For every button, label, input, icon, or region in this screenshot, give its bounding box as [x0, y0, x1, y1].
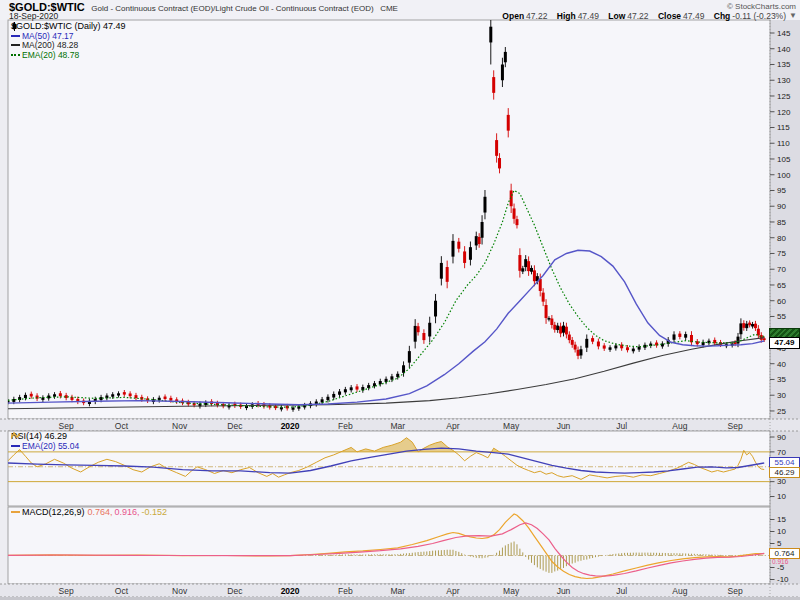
- candle-body: [539, 279, 542, 291]
- month-label: Sep: [728, 586, 743, 596]
- ema20-dotted-line-icon: [11, 54, 20, 56]
- candle-body: [495, 140, 498, 156]
- candle-body: [59, 393, 62, 396]
- candle-body: [739, 323, 742, 334]
- candle-body: [498, 158, 501, 168]
- month-label: 2020: [281, 586, 300, 596]
- macd-axis-label: 15: [777, 515, 786, 524]
- candle-body: [402, 365, 405, 373]
- candle-body: [577, 350, 580, 356]
- candle-body: [518, 255, 521, 271]
- candle-body: [507, 115, 510, 131]
- exchange-label: CME: [380, 4, 398, 13]
- month-label: Jun: [557, 586, 571, 596]
- y-axis-label: 145: [777, 29, 791, 38]
- y-axis-label: 70: [777, 265, 786, 274]
- candle-body: [338, 391, 341, 394]
- candle-body: [745, 324, 748, 328]
- candle-body: [332, 394, 335, 398]
- candle-body: [513, 208, 516, 218]
- month-label: Oct: [115, 421, 129, 431]
- candle-body: [684, 334, 687, 338]
- candle-body: [568, 335, 571, 341]
- month-label: Jun: [557, 421, 571, 431]
- candle-body: [379, 381, 382, 384]
- candle-body: [356, 386, 359, 389]
- legend-rsi-ema: EMA(20) 55.04: [11, 442, 79, 452]
- macd-line-icon: [11, 511, 20, 513]
- candle-body: [422, 333, 425, 340]
- candle-body: [574, 345, 577, 350]
- y-axis-label: 100: [777, 171, 791, 180]
- month-label: Dec: [227, 421, 243, 431]
- rsi-zigzag-icon: [11, 432, 20, 440]
- candle-body: [673, 334, 676, 339]
- candle-body: [751, 324, 754, 326]
- close-value: 47.49: [683, 11, 704, 21]
- candle-body: [417, 326, 420, 332]
- month-label: Feb: [338, 421, 353, 431]
- candle-body: [24, 395, 27, 398]
- candle-body: [603, 345, 606, 348]
- y-axis-label: 110: [777, 139, 790, 148]
- y-axis-label: 120: [777, 108, 791, 117]
- legend-symbol-text: $GOLD:$WTIC (Daily) 47.49: [11, 21, 126, 31]
- y-axis-label: 25: [777, 407, 786, 416]
- rsi-ema-line-icon: [11, 445, 20, 447]
- rsi-legend: RSI(14) 46.29 EMA(20) 55.04: [11, 432, 79, 451]
- month-label: Mar: [390, 586, 405, 596]
- y-axis-label: 30: [777, 391, 786, 400]
- candle-body: [440, 263, 443, 279]
- candle-body: [408, 351, 411, 362]
- month-label: Mar: [390, 421, 405, 431]
- month-label: Feb: [338, 586, 353, 596]
- header: $GOLD:$WTIC Gold - Continuous Contract (…: [9, 1, 398, 13]
- candle-body: [350, 387, 353, 390]
- candle-body: [527, 261, 530, 271]
- candle-body: [763, 338, 766, 340]
- ohlc-row: Open47.22 High47.49 Low47.22 Close47.49 …: [495, 11, 786, 21]
- candle-body: [390, 376, 393, 379]
- candle-body: [292, 407, 295, 409]
- macd-axis-label: -10: [777, 575, 789, 584]
- candle-body: [553, 325, 556, 330]
- chart-date: 18-Sep-2020: [9, 11, 58, 21]
- macd-value-3: -0.152: [142, 507, 168, 517]
- open-value: 47.22: [526, 11, 547, 21]
- candle-body: [742, 323, 745, 328]
- legend-rsi-ema-text: EMA(20) 55.04: [22, 441, 79, 451]
- y-axis-label: 60: [777, 297, 786, 306]
- candle-body: [521, 268, 524, 271]
- high-label: High: [557, 11, 576, 21]
- candle-body: [501, 64, 504, 80]
- month-label: Dec: [227, 586, 243, 596]
- candle-body: [164, 397, 167, 399]
- candle-body: [117, 393, 120, 395]
- chg-label: Chg: [714, 11, 731, 21]
- candle-body: [414, 326, 417, 342]
- candle-body: [678, 334, 681, 337]
- y-axis-label: 55: [777, 312, 786, 321]
- candle-body: [626, 347, 629, 350]
- candle-body: [579, 349, 582, 355]
- candle-body: [632, 349, 635, 352]
- rsi-value-tag: 46.29: [769, 467, 800, 478]
- y-axis-label: 75: [777, 249, 786, 258]
- chevron-down-icon[interactable]: ▼: [789, 11, 797, 20]
- candle-body: [547, 318, 550, 320]
- candle-body: [550, 319, 553, 325]
- copyright: © StockCharts.com: [727, 2, 796, 11]
- month-label: Nov: [172, 421, 188, 431]
- rsi-axis-label: 90: [777, 433, 786, 442]
- candle-body: [591, 338, 594, 342]
- ma50-line-icon: [11, 35, 20, 37]
- y-axis-label: 125: [777, 92, 791, 101]
- month-label: May: [503, 586, 520, 596]
- candle-body: [169, 398, 172, 401]
- candle-body: [571, 340, 574, 345]
- y-axis-label: 40: [777, 360, 786, 369]
- candle-body: [53, 394, 56, 396]
- macd-value-1: 0.764,: [88, 507, 113, 517]
- month-label: Jul: [616, 421, 627, 431]
- candle-body: [562, 326, 565, 333]
